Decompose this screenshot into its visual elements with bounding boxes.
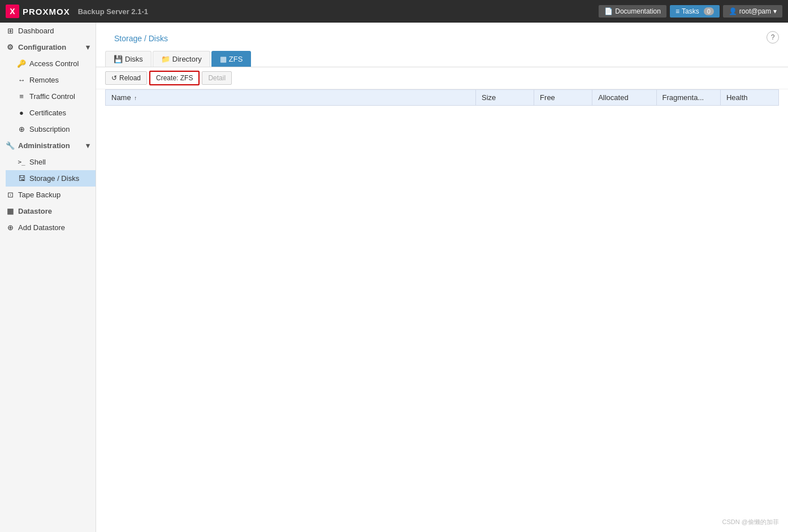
sidebar-item-subscription[interactable]: ⊕ Subscription xyxy=(6,121,96,137)
reload-button[interactable]: ↺ Reload xyxy=(105,71,147,85)
content-area: Storage / Disks ? 💾 Disks 📁 Directory ▦ … xyxy=(96,23,788,532)
detail-button[interactable]: Detail xyxy=(202,71,232,85)
remotes-icon: ↔ xyxy=(17,76,26,84)
user-menu-button[interactable]: 👤 root@pam ▾ xyxy=(723,5,782,18)
dashboard-icon: ⊞ xyxy=(6,27,15,35)
help-icon: ? xyxy=(771,33,775,41)
footer-note: CSDN @偷懒的加菲 xyxy=(722,518,779,526)
sidebar-item-label: Storage / Disks xyxy=(29,174,79,183)
sidebar-item-traffic-control[interactable]: ≡ Traffic Control xyxy=(6,88,96,105)
sidebar-item-configuration[interactable]: ⚙ Configuration ▾ xyxy=(0,39,96,55)
col-size-label: Size xyxy=(482,93,496,102)
sidebar-item-label: Administration xyxy=(18,141,70,150)
table-container: Name ↑ Size Free Allocated xyxy=(96,89,788,532)
col-health-label: Health xyxy=(726,93,748,102)
doc-icon: 📄 xyxy=(604,7,613,15)
breadcrumb: Storage / Disks xyxy=(105,28,177,46)
topbar: X PROXMOX Backup Server 2.1-1 📄 Document… xyxy=(0,0,788,23)
sidebar-item-dashboard[interactable]: ⊞ Dashboard xyxy=(0,23,96,39)
add-icon: ⊕ xyxy=(6,223,15,232)
reload-icon: ↺ xyxy=(111,74,117,82)
col-header-free[interactable]: Free xyxy=(534,90,592,106)
sidebar-item-remotes[interactable]: ↔ Remotes xyxy=(6,72,96,88)
sidebar-item-tape-backup[interactable]: ⊡ Tape Backup xyxy=(0,187,96,203)
tab-disks[interactable]: 💾 Disks xyxy=(105,51,151,67)
sidebar-item-label: Certificates xyxy=(29,109,66,117)
col-fragment-label: Fragmenta... xyxy=(663,93,704,102)
documentation-button[interactable]: 📄 Documentation xyxy=(599,5,666,18)
configuration-submenu: 🔑 Access Control ↔ Remotes ≡ Traffic Con… xyxy=(0,55,96,137)
breadcrumb-separator: / xyxy=(144,34,149,43)
sidebar-item-datastore[interactable]: ▦ Datastore xyxy=(0,203,96,219)
sidebar-item-shell[interactable]: >_ Shell xyxy=(6,154,96,170)
sidebar-item-label: Tape Backup xyxy=(18,191,60,199)
col-header-health[interactable]: Health xyxy=(720,90,778,106)
sidebar-item-label: Access Control xyxy=(29,59,79,68)
chevron-icon: ▾ xyxy=(86,43,90,51)
col-header-size[interactable]: Size xyxy=(476,90,534,106)
user-icon: 👤 xyxy=(729,7,737,15)
gear-icon: ⚙ xyxy=(6,43,15,51)
tab-directory[interactable]: 📁 Directory xyxy=(153,51,210,67)
tab-label: Disks xyxy=(125,55,143,63)
reload-label: Reload xyxy=(119,74,141,82)
col-header-allocated[interactable]: Allocated xyxy=(592,90,656,106)
sidebar-item-label: Traffic Control xyxy=(29,92,75,101)
col-header-fragmentation[interactable]: Fragmenta... xyxy=(656,90,720,106)
traffic-icon: ≡ xyxy=(17,92,26,101)
sidebar-item-label: Configuration xyxy=(18,43,66,51)
sidebar-item-certificates[interactable]: ● Certificates xyxy=(6,105,96,121)
datastore-icon: ▦ xyxy=(6,207,15,215)
administration-submenu: >_ Shell 🖫 Storage / Disks xyxy=(0,154,96,187)
sidebar-item-administration[interactable]: 🔧 Administration ▾ xyxy=(0,137,96,154)
chevron-icon: ▾ xyxy=(86,141,90,150)
sidebar-item-label: Shell xyxy=(29,158,46,166)
tab-label: Directory xyxy=(172,55,202,63)
storage-icon: 🖫 xyxy=(17,174,26,183)
zfs-table: Name ↑ Size Free Allocated xyxy=(105,89,779,106)
sidebar-item-access-control[interactable]: 🔑 Access Control xyxy=(6,55,96,72)
chevron-down-icon: ▾ xyxy=(773,7,777,15)
sidebar-item-storage-disks[interactable]: 🖫 Storage / Disks xyxy=(6,170,96,187)
col-free-label: Free xyxy=(540,93,555,102)
app-title: Backup Server 2.1-1 xyxy=(78,7,148,16)
certificates-icon: ● xyxy=(17,109,26,117)
tab-zfs[interactable]: ▦ ZFS xyxy=(211,51,252,67)
sidebar-item-label: Subscription xyxy=(29,125,70,133)
create-zfs-label: Create: ZFS xyxy=(156,74,193,82)
sidebar-item-label: Datastore xyxy=(18,207,52,215)
folder-tab-icon: 📁 xyxy=(161,55,170,63)
breadcrumb-parent[interactable]: Storage xyxy=(114,34,142,43)
sidebar: ⊞ Dashboard ⚙ Configuration ▾ 🔑 Access C… xyxy=(0,23,96,532)
col-name-label: Name xyxy=(111,93,131,102)
help-button[interactable]: ? xyxy=(767,31,779,44)
proxmox-brand-label: PROXMOX xyxy=(23,7,70,16)
subscription-icon: ⊕ xyxy=(17,125,26,133)
sidebar-item-add-datastore[interactable]: ⊕ Add Datastore xyxy=(0,219,96,236)
toolbar: ↺ Reload Create: ZFS Detail xyxy=(96,67,788,89)
main-layout: ⊞ Dashboard ⚙ Configuration ▾ 🔑 Access C… xyxy=(0,23,788,532)
tasks-button[interactable]: ≡ Tasks 0 xyxy=(670,5,720,18)
sidebar-item-label: Add Datastore xyxy=(18,223,65,232)
documentation-label: Documentation xyxy=(615,7,661,15)
breadcrumb-current: Disks xyxy=(149,34,168,43)
disk-tab-icon: 💾 xyxy=(114,55,123,63)
col-allocated-label: Allocated xyxy=(598,93,628,102)
tasks-icon: ≡ xyxy=(676,7,679,15)
wrench-icon: 🔧 xyxy=(6,141,15,150)
proxmox-x-icon: X xyxy=(6,5,19,18)
sort-asc-icon: ↑ xyxy=(134,95,137,101)
sidebar-item-label: Remotes xyxy=(29,76,59,84)
tape-icon: ⊡ xyxy=(6,191,15,199)
zfs-tab-icon: ▦ xyxy=(220,55,227,63)
sidebar-item-label: Dashboard xyxy=(18,27,54,35)
tabs-bar: 💾 Disks 📁 Directory ▦ ZFS xyxy=(96,49,788,67)
create-zfs-button[interactable]: Create: ZFS xyxy=(149,71,200,85)
user-label: root@pam xyxy=(739,7,771,15)
col-header-name[interactable]: Name ↑ xyxy=(106,90,476,106)
detail-label: Detail xyxy=(208,74,226,82)
key-icon: 🔑 xyxy=(17,59,26,68)
table-header-row: Name ↑ Size Free Allocated xyxy=(106,90,779,106)
logo: X PROXMOX Backup Server 2.1-1 xyxy=(6,5,148,18)
tasks-count-badge: 0 xyxy=(704,7,714,15)
